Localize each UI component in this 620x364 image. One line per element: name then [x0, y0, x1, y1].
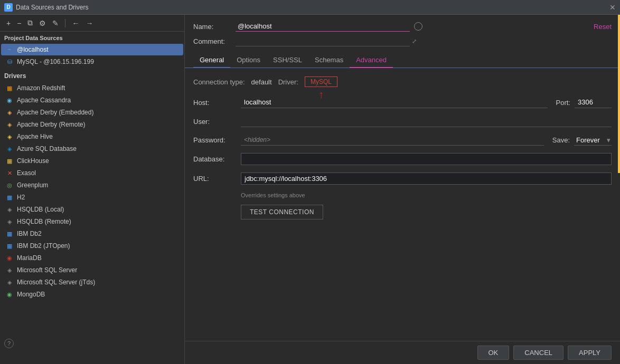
item-text-mssql-jtds: Microsoft SQL Server (jTds): [17, 279, 95, 286]
sidebar-item-apache-cassandra[interactable]: ◉ Apache Cassandra: [1, 94, 183, 106]
name-row: Name: Reset: [193, 21, 612, 32]
url-row: URL:: [193, 173, 612, 185]
item-text-azure-sql: Azure SQL Database: [17, 145, 77, 152]
connection-type-label: Connection type:: [193, 78, 245, 86]
sidebar-item-mysql-remote[interactable]: ⛁ MySQL - @106.15.196.199: [1, 56, 183, 68]
tab-options[interactable]: Options: [230, 53, 267, 68]
item-text-h2: H2: [17, 194, 25, 201]
item-icon-h2: ▦: [5, 193, 14, 202]
database-input[interactable]: [241, 153, 612, 165]
sidebar-item-azure-sql[interactable]: ◈ Azure SQL Database: [1, 143, 183, 155]
sidebar-item-hsqldb-local[interactable]: ◈ HSQLDB (Local): [1, 204, 183, 215]
help-button[interactable]: ?: [4, 339, 14, 348]
toolbar-divider: [65, 19, 65, 27]
driver-wrapper: MySQL ↑: [305, 76, 337, 87]
item-icon-mssql: ◈: [5, 266, 14, 274]
port-label: Port:: [556, 99, 570, 107]
driver-arrow: ↑: [318, 89, 324, 100]
sidebar-item-mssql[interactable]: ◈ Microsoft SQL Server: [1, 264, 183, 276]
item-text-apache-cassandra: Apache Cassandra: [17, 97, 71, 104]
name-indicator: [414, 22, 422, 31]
item-icon-localhost: ~: [5, 45, 14, 54]
sidebar-item-apache-derby-remote[interactable]: ◈ Apache Derby (Remote): [1, 119, 183, 130]
forward-button[interactable]: →: [83, 18, 95, 28]
item-icon-mongodb: ◉: [5, 290, 14, 299]
sidebar-item-amazon-redshift[interactable]: ▦ Amazon Redshift: [1, 82, 183, 94]
item-text-mysql-remote: MySQL - @106.15.196.199: [17, 58, 94, 65]
item-text-greenplum: Greenplum: [17, 181, 48, 189]
expand-comment-button[interactable]: ⤢: [412, 38, 417, 45]
port-input[interactable]: [575, 97, 612, 108]
connection-type-row: Connection type: default Driver: MySQL ↑: [193, 76, 612, 87]
sidebar-item-mssql-jtds[interactable]: ◈ Microsoft SQL Server (jTds): [1, 276, 183, 288]
host-label: Host:: [193, 99, 241, 107]
sidebar-item-ibm-db2-jt[interactable]: ▦ IBM Db2 (JTOpen): [1, 240, 183, 252]
form-header: Name: Reset Comment: ⤢: [185, 15, 620, 51]
item-text-amazon-redshift: Amazon Redshift: [17, 84, 65, 92]
item-icon-apache-derby-remote: ◈: [5, 120, 14, 129]
tab-general[interactable]: General: [193, 53, 230, 68]
item-icon-apache-derby-embedded: ◈: [5, 108, 14, 117]
close-button[interactable]: ✕: [609, 3, 616, 12]
add-button[interactable]: +: [4, 18, 13, 28]
user-input[interactable]: [241, 116, 612, 127]
reset-button[interactable]: Reset: [594, 23, 612, 31]
database-row: Database:: [193, 153, 612, 165]
save-select-wrapper: Forever Session Never: [574, 135, 612, 146]
driver-button[interactable]: MySQL: [305, 76, 337, 87]
sidebar-item-mongodb[interactable]: ◉ MongoDB: [1, 289, 183, 300]
url-input[interactable]: [241, 173, 612, 185]
password-hidden: <hidden>: [241, 135, 544, 146]
tabs-bar: General Options SSH/SSL Schemas Advanced: [185, 53, 620, 68]
back-button[interactable]: ←: [70, 18, 81, 28]
sidebar-item-hsqldb-remote[interactable]: ◈ HSQLDB (Remote): [1, 216, 183, 227]
item-icon-hsqldb-remote: ◈: [5, 217, 14, 226]
overrides-text: Overrides settings above: [241, 192, 612, 198]
edit-button[interactable]: ✎: [50, 18, 61, 28]
item-icon-exasol: ✕: [5, 169, 14, 177]
drivers-label: Drivers: [0, 68, 184, 82]
item-icon-ibm-db2-jt: ▦: [5, 242, 14, 250]
sidebar-item-greenplum[interactable]: ◎ Greenplum: [1, 179, 183, 191]
sidebar-item-mariadb[interactable]: ◉ MariaDB: [1, 252, 183, 264]
sidebar-item-apache-derby-embedded[interactable]: ◈ Apache Derby (Embedded): [1, 107, 183, 118]
app-icon: D: [4, 3, 13, 12]
item-text-apache-derby-embedded: Apache Derby (Embedded): [17, 109, 93, 116]
sidebar-item-clickhouse[interactable]: ▦ ClickHouse: [1, 155, 183, 167]
tab-schemas[interactable]: Schemas: [308, 53, 350, 68]
item-text-hsqldb-local: HSQLDB (Local): [17, 206, 64, 213]
item-icon-amazon-redshift: ▦: [5, 84, 14, 92]
project-section-label: Project Data Sources: [0, 32, 184, 43]
save-label: Save:: [552, 136, 570, 144]
driver-value: MySQL: [311, 78, 332, 85]
remove-button[interactable]: −: [15, 18, 23, 28]
item-text-hsqldb-remote: HSQLDB (Remote): [17, 218, 71, 225]
sidebar-item-ibm-db2[interactable]: ▦ IBM Db2: [1, 228, 183, 240]
sidebar-item-h2[interactable]: ▦ H2: [1, 191, 183, 203]
tab-advanced[interactable]: Advanced: [350, 53, 393, 68]
copy-button[interactable]: ⧉: [25, 17, 35, 28]
drivers-section: ▦ Amazon Redshift ◉ Apache Cassandra ◈ A…: [0, 82, 184, 364]
sidebar-item-exasol[interactable]: ✕ Exasol: [1, 167, 183, 179]
name-input[interactable]: [236, 21, 410, 32]
sidebar-item-apache-hive[interactable]: ◈ Apache Hive: [1, 131, 183, 142]
settings-button[interactable]: ⚙: [37, 18, 48, 28]
ok-button[interactable]: OK: [477, 346, 510, 360]
tab-ssh-ssl[interactable]: SSH/SSL: [267, 53, 308, 68]
project-items: ~ @localhost ⛁ MySQL - @106.15.196.199: [0, 43, 184, 68]
item-icon-clickhouse: ▦: [5, 157, 14, 165]
connection-type-value: default: [251, 78, 272, 86]
comment-input[interactable]: [236, 36, 410, 46]
save-select[interactable]: Forever Session Never: [574, 135, 612, 146]
apply-button[interactable]: APPLY: [568, 346, 612, 360]
host-input[interactable]: [241, 97, 548, 108]
item-icon-ibm-db2: ▦: [5, 229, 14, 238]
item-icon-hsqldb-local: ◈: [5, 205, 14, 214]
sidebar-item-localhost[interactable]: ~ @localhost: [1, 44, 183, 55]
right-panel: Name: Reset Comment: ⤢ General Options S…: [185, 15, 620, 364]
user-row: User:: [193, 116, 612, 127]
cancel-button[interactable]: CANCEL: [513, 346, 563, 360]
item-text-clickhouse: ClickHouse: [17, 157, 49, 165]
item-icon-mysql-remote: ⛁: [5, 58, 14, 66]
test-connection-button[interactable]: TEST CONNECTION: [241, 205, 323, 219]
